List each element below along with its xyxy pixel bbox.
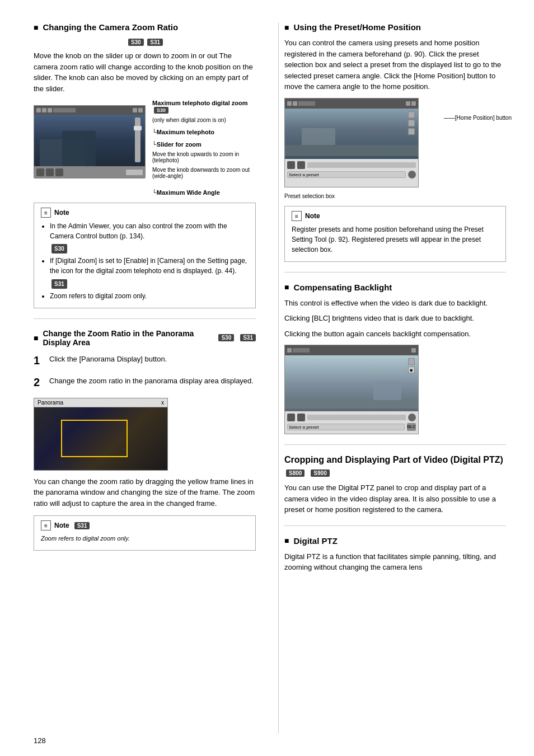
camera-screenshot [34,105,146,178]
label-slider-zoom: └Slider for zoom [152,141,256,148]
note-title-pan: ≡ Note S31 [41,520,249,530]
digital-ptz-body: You can use the Digital PTZ panel to cro… [284,482,506,515]
step-2-number: 2 [34,375,45,391]
note-icon-preset: ≡ [292,211,302,221]
page-number: 128 [34,736,46,745]
label-max-telephoto-digital: Maximum telephoto digital zoom S30 [152,100,256,114]
section-digital-ptz: Cropping and Displaying Part of Video (D… [284,455,506,515]
zoom-diagram: Maximum telephoto digital zoom S30 (only… [34,100,256,196]
section-digital-ptz-sub: Digital PTZ Digital PTZ is a function th… [284,536,506,573]
note-title: ≡ Note [41,208,249,218]
backlight-body3: Clicking the button again cancels backli… [284,328,506,340]
note-pan-text: Zoom refers to digital zoom only. [41,534,249,543]
label-digital-note: (only when digital zoom is on) [152,117,256,123]
panorama-titlebar: Panorama x [34,398,167,407]
panorama-view [34,407,167,470]
note-box-panorama: ≡ Note S31 Zoom refers to digital zoom o… [34,515,256,551]
note-badge-s30: S30 [50,243,249,253]
preset-body: You can control the camera using presets… [284,37,506,92]
label-max-wide: └Maximum Wide Angle [152,189,256,196]
blc-bottom: Select a preset BLC [285,411,418,434]
home-position-label: ——[Home Position] button [444,115,512,121]
badge-s30-small: S30 [154,107,168,114]
zoom-intro-text: Move the knob on the slider up or down t… [34,50,256,94]
cam-view [34,115,145,179]
step-1: 1 Click the [Panorama Display] button. [34,354,256,369]
section-changing-zoom-title: Changing the Camera Zoom Ratio [34,22,256,32]
step-2: 2 Change the zoom ratio in the panorama … [34,375,256,391]
note-list: In the Admin Viewer, you can also contro… [41,221,249,301]
preset-view [285,109,418,159]
preset-toolbar [285,98,418,109]
preset-bottom: Select a preset [285,159,418,187]
badge-s31: S31 [147,39,163,46]
note-preset-text: Register presets and home position befor… [292,224,499,255]
left-column: Changing the Camera Zoom Ratio S30 S31 M… [34,22,261,734]
section-panorama-title: Change the Zoom Ratio in the Panorama Di… [34,329,256,347]
blc-view: ■ [285,355,418,411]
section-panorama-zoom: Change the Zoom Ratio in the Panorama Di… [34,329,256,551]
step-2-content: Change the zoom ratio in the panorama di… [49,375,256,391]
right-column: Using the Preset/Home Position You can c… [278,22,506,734]
note-box-zoom: ≡ Note In the Admin Viewer, you can also… [34,203,256,308]
panorama-screenshot: Panorama x [34,398,168,471]
panorama-close-icon[interactable]: x [161,400,164,406]
section-backlight: Compensating Backlight This control is e… [284,283,506,435]
preset-selection-label: Preset selection box [284,193,506,199]
badge-s30: S30 [128,39,144,46]
section-changing-zoom: Changing the Camera Zoom Ratio S30 S31 M… [34,22,256,308]
zoom-slider[interactable] [135,118,140,162]
label-slider-down: Move the knob downwards to zoom out (wid… [152,167,256,179]
note-box-preset: ≡ Note Register presets and home positio… [284,206,506,262]
step-1-number: 1 [34,354,45,369]
label-max-telephoto: └Maximum telephoto [152,129,256,135]
note-item-1: In the Admin Viewer, you can also contro… [50,221,249,241]
page: Changing the Camera Zoom Ratio S30 S31 M… [0,0,534,756]
section-preset: Using the Preset/Home Position You can c… [284,22,506,262]
digital-ptz-sub-title: Digital PTZ [284,536,506,546]
note-item-3: Zoom refers to digital zoom only. [50,291,249,301]
cam-toolbar [34,106,145,115]
section-backlight-title: Compensating Backlight [284,283,506,292]
badge-s800: S800 [286,469,305,477]
digital-ptz-title: Cropping and Displaying Part of Video (D… [284,455,506,477]
backlight-body1: This control is effective when the video… [284,298,506,309]
badge-s30-pan: S30 [218,334,234,341]
badge-s31-pan: S31 [240,334,256,341]
section-preset-title: Using the Preset/Home Position [284,22,506,32]
preset-screenshot: Select a preset [284,98,419,187]
blc-screenshot: ■ Select a preset BLC [284,345,419,434]
badge-s900: S900 [311,469,329,477]
note-title-preset: ≡ Note [292,211,499,221]
digital-ptz-sub-body: Digital PTZ is a function that facilitat… [284,551,506,573]
zoom-knob[interactable] [134,126,142,130]
note-badge-s31: S31 [50,278,249,288]
note-icon-pan: ≡ [41,520,51,530]
note-icon: ≡ [41,208,51,218]
yellow-frame [61,420,128,457]
step-2-desc: You can change the zoom ratio by draggin… [34,476,256,509]
backlight-body2: Clicking [BLC] brightens video that is d… [284,313,506,324]
badge-s31-note: S31 [74,522,90,529]
zoom-labels: Maximum telephoto digital zoom S30 (only… [152,100,256,196]
step-1-content: Click the [Panorama Display] button. [49,354,256,369]
note-item-2: If [Digital Zoom] is set to [Enable] in … [50,256,249,276]
preset-diagram: Select a preset ——[Home Position] button… [284,98,506,199]
blc-toolbar [285,345,418,355]
label-slider-up: Move the knob upwards to zoom in (teleph… [152,151,256,163]
